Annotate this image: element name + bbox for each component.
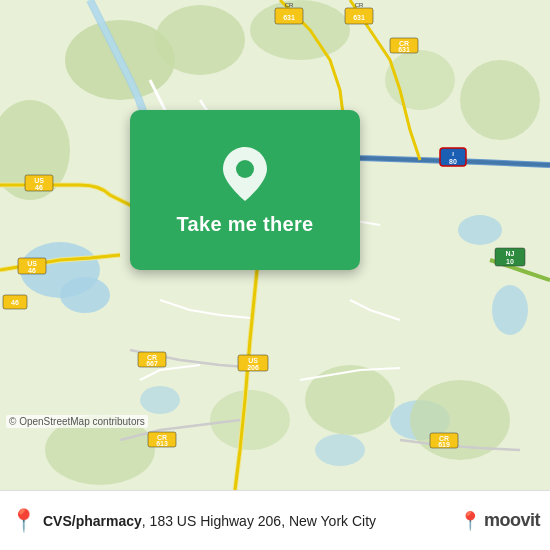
map-attribution: © OpenStreetMap contributors [6, 415, 148, 428]
svg-point-3 [458, 215, 502, 245]
svg-point-2 [60, 277, 110, 313]
svg-point-6 [140, 386, 180, 414]
svg-text:CR: CR [355, 2, 364, 8]
svg-text:US: US [248, 357, 258, 364]
svg-text:NJ: NJ [506, 250, 515, 257]
svg-text:46: 46 [35, 184, 43, 191]
svg-text:619: 619 [438, 441, 450, 448]
svg-text:80: 80 [449, 158, 457, 165]
location-name: CVS/pharmacy [43, 513, 142, 529]
location-pin-icon [219, 145, 271, 203]
svg-point-9 [155, 5, 245, 75]
svg-point-53 [236, 160, 254, 178]
svg-text:US: US [27, 260, 37, 267]
take-me-there-button[interactable]: Take me there [130, 110, 360, 270]
svg-point-14 [210, 390, 290, 450]
moovit-logo-text: moovit [484, 510, 540, 531]
svg-point-7 [315, 434, 365, 466]
bottom-bar: 📍 CVS/pharmacy, 183 US Highway 206, New … [0, 490, 550, 550]
svg-point-4 [492, 285, 528, 335]
svg-text:206: 206 [247, 364, 259, 371]
svg-text:CR: CR [285, 2, 294, 8]
location-address: , 183 US Highway 206, [142, 513, 285, 529]
location-city: New York City [285, 513, 376, 529]
location-text: CVS/pharmacy, 183 US Highway 206, New Yo… [43, 513, 451, 529]
map-container: 631 CR 631 CR US 46 US 46 I 80 US 206 NJ… [0, 0, 550, 490]
svg-text:US: US [34, 177, 44, 184]
svg-text:631: 631 [283, 14, 295, 21]
svg-text:613: 613 [156, 440, 168, 447]
svg-text:46: 46 [11, 299, 19, 306]
moovit-logo-icon: 📍 [459, 510, 481, 532]
svg-text:10: 10 [506, 258, 514, 265]
take-me-there-label: Take me there [177, 213, 314, 236]
moovit-logo: 📍 moovit [459, 510, 540, 532]
svg-text:631: 631 [353, 14, 365, 21]
svg-text:46: 46 [28, 267, 36, 274]
location-pin-icon-bottom: 📍 [10, 508, 37, 534]
svg-text:631: 631 [398, 46, 410, 53]
svg-text:667: 667 [146, 360, 158, 367]
svg-point-13 [305, 365, 395, 435]
svg-point-16 [460, 60, 540, 140]
